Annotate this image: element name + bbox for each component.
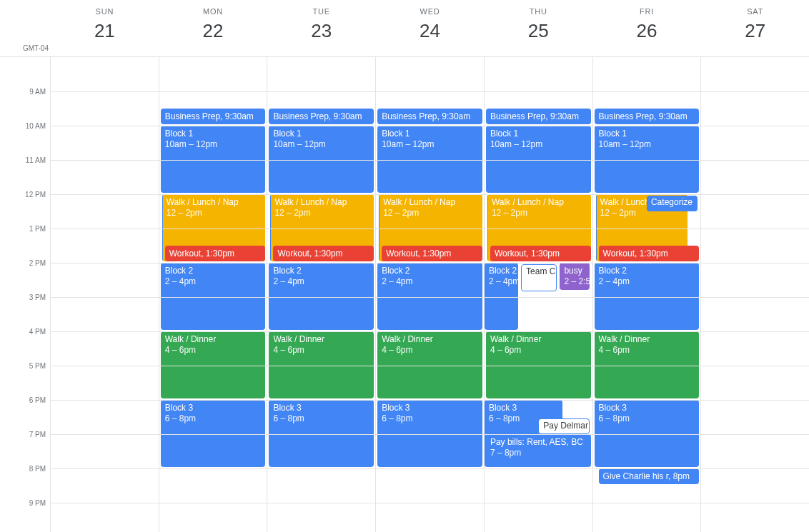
event-subtitle: 2 – 4pm <box>273 276 304 286</box>
calendar-event[interactable]: Block 22 – 4pm <box>269 263 374 330</box>
day-column[interactable]: Business Prep, 9:30amBlock 110am – 12pmW… <box>159 57 267 532</box>
day-header[interactable]: MON22 <box>159 0 267 56</box>
day-header[interactable]: THU25 <box>484 0 592 56</box>
day-header[interactable]: SUN21 <box>50 0 159 56</box>
event-subtitle: 2 – 4pm <box>599 276 630 286</box>
event-chip[interactable]: Team C <box>521 264 557 291</box>
calendar-event[interactable]: Walk / Dinner4 – 6pm <box>161 331 266 398</box>
event-subtitle: 2 – 4pm <box>382 276 412 286</box>
calendar-event[interactable]: Block 110am – 12pm <box>486 126 591 193</box>
event-time: 1:30pm <box>529 249 560 259</box>
time-gutter: 9 AM10 AM11 AM12 PM1 PM2 PM3 PM4 PM5 PM6… <box>0 57 50 532</box>
day-header[interactable]: TUE23 <box>267 0 375 56</box>
day-header[interactable]: WED24 <box>375 0 484 56</box>
event-subtitle: 10am – 12pm <box>273 139 325 149</box>
calendar-event[interactable]: Pay bills: Rent, AES, BC7 – 8pm <box>486 434 591 467</box>
day-column[interactable]: Business Prep, 9:30amBlock 110am – 12pmW… <box>267 57 375 532</box>
event-title: Workout, <box>169 249 204 259</box>
event-title: Block 3 <box>382 403 410 413</box>
calendar-event[interactable]: Block 36 – 8pm <box>595 400 700 467</box>
calendar-event[interactable]: Block 22 – 4pm <box>595 263 700 330</box>
day-column[interactable]: Business Prep, 9:30amBlock 110am – 12pmW… <box>484 57 592 532</box>
event-title: Block 1 <box>273 129 301 139</box>
hour-gridline <box>50 91 809 92</box>
event-accent <box>162 194 163 261</box>
event-subtitle: 4 – 6pm <box>273 345 304 355</box>
day-header[interactable]: FRI26 <box>592 0 701 56</box>
calendar-event[interactable]: Block 22 – 4pm <box>377 263 482 330</box>
calendar-event[interactable]: busy2 – 2:5 <box>560 263 589 290</box>
calendar-event[interactable]: Block 22 – 4pm <box>161 263 266 330</box>
event-title: Block 2 <box>165 266 193 276</box>
calendar-event[interactable]: Block 36 – 8pm <box>377 400 482 467</box>
event-accent <box>596 194 597 261</box>
event-title: Block 1 <box>599 129 627 139</box>
calendar-event[interactable]: Block 22 – 4pm <box>485 263 518 330</box>
calendar-event[interactable]: Block 110am – 12pm <box>595 126 700 193</box>
day-column[interactable]: Business Prep, 9:30amBlock 110am – 12pmW… <box>375 57 484 532</box>
calendar-event[interactable]: Workout, 1:30pm <box>490 246 591 261</box>
event-title: Workout, <box>603 249 637 259</box>
calendar-event[interactable]: Walk / Dinner4 – 6pm <box>377 331 482 398</box>
calendar-event[interactable]: Business Prep, 9:30am <box>161 109 266 124</box>
day-date: 27 <box>701 20 809 42</box>
calendar-event[interactable]: Walk / Dinner4 – 6pm <box>269 331 374 398</box>
event-title: Block 2 <box>599 266 627 276</box>
calendar-event[interactable]: Business Prep, 9:30am <box>269 109 374 124</box>
day-of-week: TUE <box>267 7 375 16</box>
day-column[interactable]: Business Prep, 9:30amBlock 110am – 12pmW… <box>592 57 701 532</box>
event-title: Block 3 <box>599 403 627 413</box>
event-subtitle: 2 – 4pm <box>489 276 518 286</box>
time-label: 5 PM <box>29 362 46 370</box>
calendar-event[interactable]: Workout, 1:30pm <box>165 246 266 261</box>
event-subtitle: 2 – 4pm <box>165 276 196 286</box>
calendar-event[interactable]: Business Prep, 9:30am <box>595 109 700 124</box>
calendar-event[interactable]: Block 36 – 8pm <box>269 400 374 467</box>
event-title: Block 3 <box>165 403 193 413</box>
calendar-event[interactable]: Workout, 1:30pm <box>382 246 482 261</box>
calendar-event[interactable]: Block 36 – 8pm <box>161 400 266 467</box>
time-label: 9 PM <box>29 499 46 507</box>
event-title: Block 1 <box>382 129 410 139</box>
calendar-event[interactable]: Walk / Dinner4 – 6pm <box>486 331 591 398</box>
time-label: 12 PM <box>25 191 46 199</box>
event-subtitle: 10am – 12pm <box>599 139 651 149</box>
hour-gridline <box>50 160 809 161</box>
event-title: Walk / Dinner <box>599 334 650 344</box>
calendar-event[interactable]: Workout, 1:30pm <box>599 246 700 261</box>
event-title: Pay Delmar <box>543 421 588 431</box>
day-column[interactable] <box>700 57 809 532</box>
event-title: Walk / Lunch / Nap <box>492 197 564 207</box>
event-title: Walk / Dinner <box>273 334 324 344</box>
event-chip[interactable]: Categorize <box>647 196 698 211</box>
event-title: Business Prep, <box>599 111 657 121</box>
calendar-event[interactable]: Business Prep, 9:30am <box>377 109 482 124</box>
event-title: Business Prep, <box>490 111 548 121</box>
event-time: 1:30pm <box>420 249 451 259</box>
hour-gridline <box>50 503 809 503</box>
event-time: 1:30pm <box>637 249 667 259</box>
event-chip[interactable]: Pay Delmar <box>538 418 589 434</box>
event-title: Block 2 <box>382 266 410 276</box>
day-header[interactable]: SAT27 <box>700 0 809 56</box>
timezone-header: GMT-04 <box>0 0 50 56</box>
calendar-event[interactable]: Workout, 1:30pm <box>273 246 374 261</box>
time-label: 11 AM <box>26 156 46 164</box>
event-title: Block 3 <box>489 403 517 413</box>
event-title: Block 1 <box>165 129 193 139</box>
event-time: 9:30am <box>331 111 362 121</box>
calendar-event[interactable]: Block 110am – 12pm <box>161 126 266 193</box>
calendar-event[interactable]: Business Prep, 9:30am <box>486 109 591 124</box>
calendar-event[interactable]: Walk / Dinner4 – 6pm <box>595 331 700 398</box>
calendar-event[interactable]: Give Charlie his r, 8pm <box>599 468 700 484</box>
event-title: Business Prep, <box>165 111 223 121</box>
event-title: Block 1 <box>490 129 518 139</box>
event-subtitle: 12 – 2pm <box>492 208 527 218</box>
calendar-event[interactable]: Block 110am – 12pm <box>269 126 374 193</box>
event-subtitle: 6 – 8pm <box>382 413 412 423</box>
event-accent <box>270 194 271 261</box>
day-column[interactable] <box>50 57 159 532</box>
event-time: 1:30pm <box>204 249 234 259</box>
calendar-event[interactable]: Block 110am – 12pm <box>377 126 482 193</box>
event-subtitle: 6 – 8pm <box>273 413 304 423</box>
